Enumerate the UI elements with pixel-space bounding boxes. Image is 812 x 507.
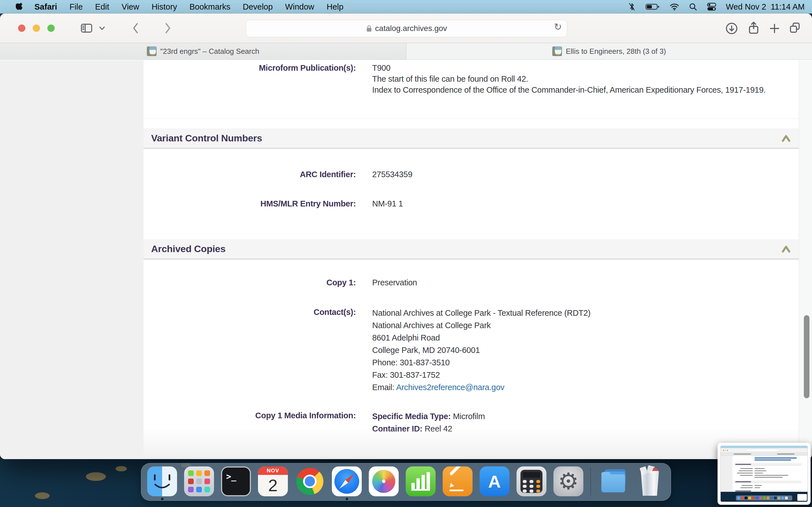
section-title: Archived Copies — [151, 243, 225, 255]
new-tab-button[interactable] — [769, 22, 780, 34]
dock-pages[interactable] — [443, 466, 472, 501]
dock-launchpad[interactable] — [184, 466, 214, 501]
dock-system-preferences[interactable]: ⚙ — [553, 466, 583, 501]
field-value-microform: T900 The start of this file can be found… — [372, 62, 772, 96]
reload-icon[interactable]: ↻ — [554, 21, 562, 33]
menu-item-view[interactable]: View — [121, 2, 139, 11]
apple-menu-icon[interactable] — [16, 3, 23, 11]
field-value-copy1: Preservation — [372, 277, 772, 288]
tab-catalog-search[interactable]: "23rd engrs" – Catalog Search — [0, 43, 406, 59]
calculator-icon — [516, 466, 546, 496]
control-center-icon[interactable] — [707, 3, 716, 11]
forward-button[interactable] — [163, 22, 172, 34]
sidebar-toggle-button[interactable] — [81, 23, 93, 34]
tab-title: "23rd engrs" – Catalog Search — [160, 47, 259, 56]
dock-photos[interactable] — [369, 466, 399, 501]
dock-numbers[interactable] — [406, 466, 436, 501]
collapse-chevron-icon[interactable] — [781, 245, 791, 255]
menu-bar: Safari File Edit View History Bookmarks … — [0, 0, 812, 13]
safari-window: catalog.archives.gov ↻ — [0, 13, 812, 459]
nara-favicon — [147, 47, 156, 56]
email-link[interactable]: Archives2reference@nara.gov — [396, 383, 504, 392]
calendar-day: 2 — [258, 475, 288, 496]
section-header-variant-control-numbers[interactable]: Variant Control Numbers — [144, 128, 799, 149]
zoom-window-button[interactable] — [47, 24, 55, 32]
menu-clock[interactable]: Wed Nov 2 11:14 AM — [726, 2, 805, 11]
tab-title: Ellis to Engineers, 28th (3 of 3) — [566, 47, 666, 56]
battery-icon[interactable] — [645, 3, 660, 11]
spotlight-search-icon[interactable] — [689, 3, 697, 11]
safari-icon — [332, 466, 362, 496]
running-indicator — [161, 498, 163, 500]
dock-safari[interactable] — [332, 466, 362, 501]
menu-item-window[interactable]: Window — [285, 2, 314, 11]
dock: >_ NOV 2 — [141, 463, 671, 501]
terminal-icon: >_ — [221, 466, 251, 496]
card-bottom-fade — [144, 428, 799, 459]
section-header-archived-copies[interactable]: Archived Copies — [144, 239, 799, 260]
dock-terminal[interactable]: >_ — [221, 466, 251, 501]
dock-app-store[interactable]: A — [479, 466, 509, 501]
wifi-icon[interactable] — [670, 3, 679, 11]
field-label-media-info: Copy 1 Media Information: — [144, 410, 356, 421]
trash-icon — [635, 466, 665, 496]
window-controls — [18, 24, 55, 32]
lock-icon — [366, 24, 372, 33]
dock-chrome[interactable] — [295, 466, 325, 501]
dock-calculator[interactable] — [516, 466, 546, 501]
numbers-icon — [406, 466, 436, 496]
calendar-icon: NOV 2 — [258, 466, 288, 496]
back-button[interactable] — [132, 22, 140, 34]
field-value-contacts: National Archives at College Park - Text… — [372, 307, 772, 393]
finder-icon — [147, 466, 177, 496]
field-value-arc: 275534359 — [372, 169, 772, 180]
vertical-scrollbar[interactable] — [804, 315, 809, 398]
browser-toolbar: catalog.archives.gov ↻ — [0, 13, 812, 43]
pages-icon — [443, 466, 472, 496]
close-window-button[interactable] — [18, 24, 26, 32]
dock-trash[interactable] — [635, 466, 665, 501]
field-label-arc: ARC Identifier: — [144, 169, 356, 180]
field-label-copy1: Copy 1: — [144, 277, 356, 288]
calendar-month: NOV — [258, 466, 288, 475]
menu-item-edit[interactable]: Edit — [95, 2, 109, 11]
gear-icon: ⚙ — [553, 466, 583, 496]
tab-overview-button[interactable] — [788, 21, 801, 34]
field-label-microform: Microform Publication(s): — [144, 62, 356, 73]
section-title: Variant Control Numbers — [151, 133, 262, 144]
tab-bar: "23rd engrs" – Catalog Search Ellis to E… — [0, 43, 812, 60]
screenshot-preview-thumbnail[interactable] — [718, 443, 811, 505]
launchpad-icon — [184, 466, 214, 496]
menu-item-history[interactable]: History — [152, 2, 177, 11]
page-content: Microform Publication(s): T900 The start… — [0, 60, 812, 459]
menu-item-file[interactable]: File — [70, 2, 83, 11]
folder-icon — [598, 466, 628, 496]
photos-icon — [369, 466, 399, 496]
menu-item-develop[interactable]: Develop — [243, 2, 273, 11]
field-value-hms-mlr: NM-91 1 — [372, 198, 772, 209]
address-bar[interactable]: catalog.archives.gov ↻ — [246, 20, 567, 37]
menu-item-help[interactable]: Help — [327, 2, 344, 11]
bluetooth-off-icon[interactable] — [628, 2, 636, 11]
menu-item-bookmarks[interactable]: Bookmarks — [190, 2, 231, 11]
nara-favicon — [552, 47, 562, 56]
page-right-margin — [799, 60, 812, 459]
share-button[interactable] — [747, 21, 760, 36]
running-indicator — [346, 498, 348, 500]
field-label-hms-mlr: HMS/MLR Entry Number: — [144, 198, 356, 209]
sidebar-chevron-button[interactable] — [99, 25, 105, 31]
record-detail-card: Microform Publication(s): T900 The start… — [144, 60, 799, 459]
dock-finder[interactable] — [147, 466, 177, 501]
collapse-chevron-icon[interactable] — [781, 134, 791, 144]
dock-calendar[interactable]: NOV 2 — [258, 466, 288, 501]
url-text: catalog.archives.gov — [375, 24, 447, 33]
dock-divider — [591, 467, 591, 496]
dock-downloads-folder[interactable] — [598, 466, 628, 501]
minimize-window-button[interactable] — [33, 24, 40, 32]
tab-ellis-to-engineers[interactable]: Ellis to Engineers, 28th (3 of 3) — [406, 43, 812, 59]
chrome-icon — [295, 466, 325, 496]
downloads-button[interactable] — [725, 22, 738, 35]
desktop: Safari File Edit View History Bookmarks … — [0, 0, 812, 507]
menu-item-safari[interactable]: Safari — [35, 2, 57, 11]
field-label-contacts: Contact(s): — [144, 307, 356, 318]
